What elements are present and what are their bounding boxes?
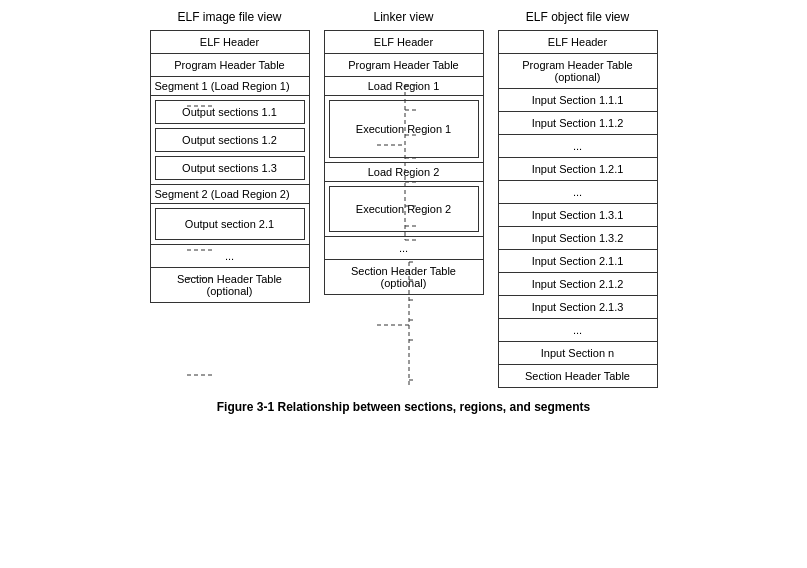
col2-exec-region1-wrap: Execution Region 1 [325, 96, 483, 162]
col3-input-2-1-1: Input Section 2.1.1 [499, 250, 657, 273]
col2-section-header-table: Section Header Table(optional) [325, 260, 483, 294]
col3-input-1-1-2: Input Section 1.1.2 [499, 112, 657, 135]
col2-ellipsis: ... [325, 237, 483, 260]
col1-output-2-1: Output section 2.1 [155, 208, 305, 240]
col3-program-header-table: Program Header Table(optional) [499, 54, 657, 89]
col2-load-region2: Load Region 2 Execution Region 2 [325, 163, 483, 237]
col3-ellipsis-c: ... [499, 319, 657, 342]
col3-ellipsis-a: ... [499, 135, 657, 158]
col3-input-n: Input Section n [499, 342, 657, 365]
col2-container: ELF Header Program Header Table Load Reg… [324, 30, 484, 295]
col1-segment1-inner: Output sections 1.1 Output sections 1.2 … [151, 96, 309, 184]
col3-input-1-1-1: Input Section 1.1.1 [499, 89, 657, 112]
col3-input-2-1-3: Input Section 2.1.3 [499, 296, 657, 319]
col2-exec-region2: Execution Region 2 [329, 186, 479, 232]
columns-row: ELF image file view ELF Header Program H… [9, 10, 799, 388]
col1-output-1-1: Output sections 1.1 [155, 100, 305, 124]
col3-ellipsis-b: ... [499, 181, 657, 204]
col1-section-header-table: Section Header Table(optional) [151, 268, 309, 302]
col3-title: ELF object file view [526, 10, 629, 24]
col2-title: Linker view [373, 10, 433, 24]
col3-input-1-3-2: Input Section 1.3.2 [499, 227, 657, 250]
col2-load-region1: Load Region 1 Execution Region 1 [325, 77, 483, 163]
figure-caption: Figure 3-1 Relationship between sections… [217, 400, 590, 414]
col1-output-1-3: Output sections 1.3 [155, 156, 305, 180]
col1-segment1: Segment 1 (Load Region 1) Output section… [151, 77, 309, 185]
col1-container: ELF Header Program Header Table Segment … [150, 30, 310, 303]
col2-load-region2-title: Load Region 2 [325, 163, 483, 182]
col1-ellipsis: ... [151, 245, 309, 268]
col2-elf-header: ELF Header [325, 31, 483, 54]
col3-input-1-3-1: Input Section 1.3.1 [499, 204, 657, 227]
col3-input-2-1-2: Input Section 2.1.2 [499, 273, 657, 296]
col1-program-header-table: Program Header Table [151, 54, 309, 77]
col2-exec-region1: Execution Region 1 [329, 100, 479, 158]
col-linker: Linker view ELF Header Program Header Ta… [324, 10, 484, 388]
col-elf-image: ELF image file view ELF Header Program H… [150, 10, 310, 388]
col3-section-header-table: Section Header Table [499, 365, 657, 387]
col1-segment2-inner: Output section 2.1 [151, 204, 309, 244]
col1-segment2-title: Segment 2 (Load Region 2) [151, 185, 309, 204]
col1-segment1-title: Segment 1 (Load Region 1) [151, 77, 309, 96]
col1-output-1-2: Output sections 1.2 [155, 128, 305, 152]
col3-container: ELF Header Program Header Table(optional… [498, 30, 658, 388]
col2-program-header-table: Program Header Table [325, 54, 483, 77]
col1-title: ELF image file view [177, 10, 281, 24]
col1-segment2: Segment 2 (Load Region 2) Output section… [151, 185, 309, 245]
col1-elf-header: ELF Header [151, 31, 309, 54]
col2-exec-region2-wrap: Execution Region 2 [325, 182, 483, 236]
col-elf-object: ELF object file view ELF Header Program … [498, 10, 658, 388]
col3-input-1-2-1: Input Section 1.2.1 [499, 158, 657, 181]
col3-elf-header: ELF Header [499, 31, 657, 54]
col2-load-region1-title: Load Region 1 [325, 77, 483, 96]
diagram-wrapper: ELF image file view ELF Header Program H… [9, 10, 799, 388]
